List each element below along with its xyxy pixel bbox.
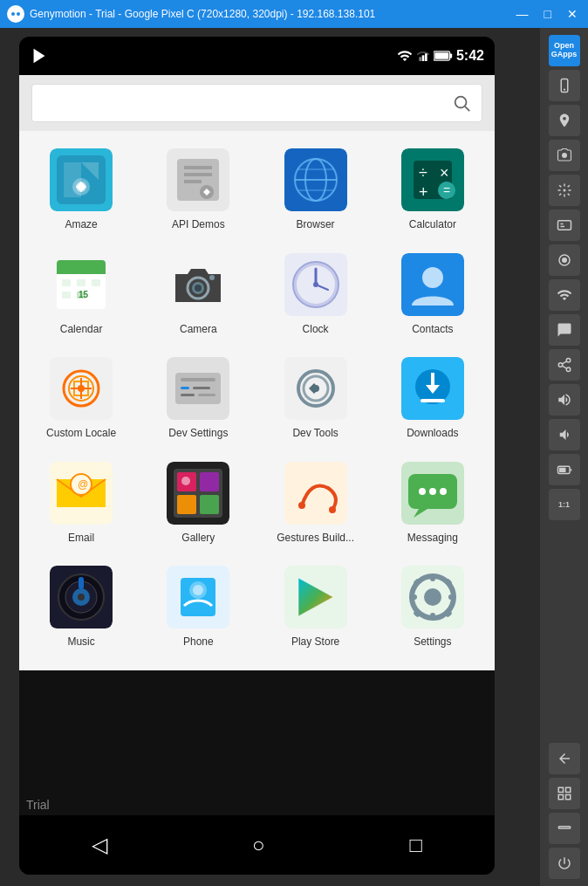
close-button[interactable]: ✕ [564,5,581,23]
back-button[interactable]: ◁ [83,824,116,866]
home-nav-button[interactable] [549,813,580,844]
svg-rect-130 [565,787,570,792]
app-grid-scroll[interactable]: Amaze API Demos Browser ÷ × + = Calculat… [19,131,495,875]
svg-rect-72 [431,373,434,390]
svg-point-123 [558,363,563,367]
app-icon-gallery [167,462,229,525]
svg-rect-84 [284,462,347,525]
app-item-phone[interactable]: Phone [140,557,256,662]
svg-rect-37 [77,279,85,286]
app-label-calculator: Calculator [409,218,456,232]
svg-point-100 [193,585,203,595]
app-item-messaging[interactable]: Messaging [374,453,491,558]
svg-rect-8 [450,53,453,58]
id-panel-button[interactable] [549,209,580,241]
window-controls: — □ ✕ [513,5,581,23]
maximize-button[interactable]: □ [541,5,555,23]
app-item-api-demos[interactable]: API Demos [140,140,256,244]
svg-point-121 [562,258,567,263]
svg-text:+: + [419,183,428,201]
volume-up-panel-button[interactable] [549,384,580,416]
app-icon-contacts [401,253,464,316]
back-nav-button[interactable] [549,743,580,774]
app-icon-browser [284,148,347,211]
status-left [30,46,49,65]
power-button[interactable] [549,848,580,879]
volume-down-panel-button[interactable] [549,419,580,450]
battery-panel-button[interactable] [549,454,580,485]
svg-text:15: 15 [79,290,89,299]
app-item-calculator[interactable]: ÷ × + = Calculator [374,140,491,244]
svg-rect-64 [181,394,195,396]
app-icon-custom-locale [50,357,113,420]
svg-rect-133 [558,827,571,828]
app-item-contacts[interactable]: Contacts [374,244,491,349]
app-icon-gestures [284,462,347,525]
app-item-calendar[interactable]: 15 Calendar [23,244,140,349]
app-icon-api-demos [167,148,229,211]
device-panel-button[interactable] [549,70,580,101]
status-right: 5:42 [397,48,484,64]
svg-point-2 [17,12,20,16]
app-label-downloads: Downloads [407,427,458,441]
svg-rect-81 [177,495,196,514]
svg-rect-107 [410,594,417,600]
recent-button[interactable]: □ [401,824,432,866]
resolution-panel-button[interactable]: 1:1 [549,489,580,520]
app-label-gestures: Gestures Build... [277,532,354,546]
sms-panel-button[interactable] [549,314,580,346]
app-item-dev-settings[interactable]: Dev Settings [140,348,256,453]
record-panel-button[interactable] [549,244,580,276]
svg-rect-39 [62,292,71,299]
app-item-downloads[interactable]: Downloads [374,348,491,453]
app-item-clock[interactable]: Clock [257,244,374,349]
home-button[interactable]: ○ [243,824,274,866]
app-label-contacts: Contacts [412,323,453,337]
svg-rect-63 [181,387,189,389]
app-icon-amaze [50,148,113,211]
open-gapps-button[interactable]: OpenGApps [549,35,580,66]
app-icon-calendar: 15 [50,253,113,316]
app-item-dev-tools[interactable]: Dev Tools [257,348,374,453]
search-bar[interactable] [31,84,482,122]
svg-rect-73 [420,399,445,402]
app-item-browser[interactable]: Browser [257,140,374,244]
app-item-amaze[interactable]: Amaze [23,140,140,244]
app-item-settings[interactable]: Settings [374,557,491,662]
emulator-container: 5:42 Amaze [0,28,588,886]
app-item-custom-locale[interactable]: Custom Locale [23,348,140,453]
side-panel: OpenGApps [540,28,588,886]
android-device: 5:42 Amaze [19,37,495,875]
app-item-email[interactable]: @ Email [23,453,140,558]
camera-panel-button[interactable] [549,140,580,171]
share-panel-button[interactable] [549,349,580,381]
svg-rect-108 [448,594,455,600]
svg-rect-82 [200,495,219,514]
svg-point-114 [563,88,564,90]
controls-panel-button[interactable] [549,175,580,206]
status-bar: 5:42 [19,37,495,75]
svg-line-11 [465,106,469,111]
recent-nav-button[interactable] [549,778,580,809]
gps-panel-button[interactable] [549,105,580,136]
trial-watermark: Trial [19,794,57,815]
app-icon-email: @ [50,462,113,525]
svg-text:×: × [440,164,449,182]
svg-text:÷: ÷ [419,164,427,182]
minimize-button[interactable]: — [513,5,532,23]
app-item-gallery[interactable]: Gallery [140,453,256,558]
app-item-play-store[interactable]: Play Store [257,557,374,662]
search-icon [452,93,471,113]
window-titlebar: Genymotion - Trial - Google Pixel C (720… [0,0,588,28]
app-icon-messaging [401,462,464,525]
app-item-music[interactable]: Music [23,557,140,662]
app-item-gestures[interactable]: Gestures Build... [257,453,374,558]
svg-point-52 [313,282,318,287]
app-item-camera[interactable]: Camera [140,244,256,349]
app-icon-downloads [401,357,464,420]
app-grid: Amaze API Demos Browser ÷ × + = Calculat… [19,131,495,670]
network-panel-button[interactable] [549,279,580,311]
svg-point-89 [419,488,426,495]
svg-point-116 [563,189,565,192]
svg-point-86 [329,506,336,513]
